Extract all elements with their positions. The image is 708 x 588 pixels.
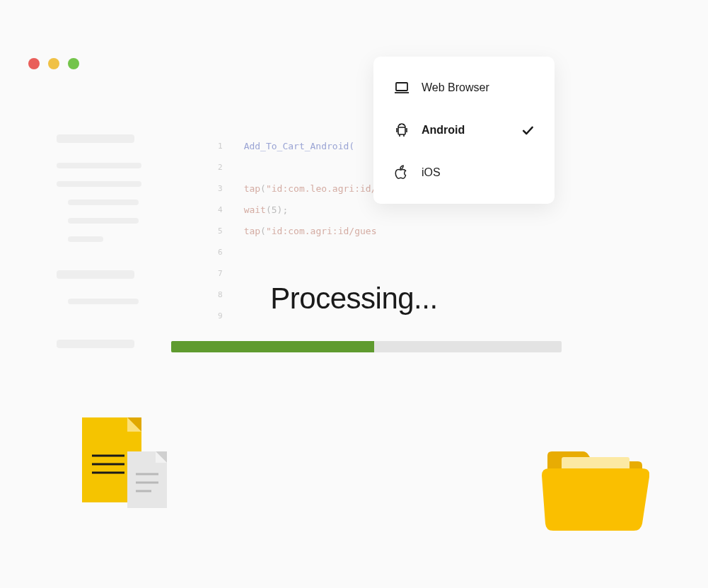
code-arg: (5); xyxy=(266,204,288,215)
skeleton-line xyxy=(57,163,141,168)
folder-icon xyxy=(542,450,649,535)
skeleton-line xyxy=(68,200,139,205)
code-fn: tap xyxy=(244,226,260,236)
progress-bar xyxy=(171,341,562,352)
skeleton-line xyxy=(68,236,103,242)
svg-rect-2 xyxy=(398,127,405,134)
progress-fill xyxy=(171,341,374,352)
laptop-icon xyxy=(393,79,410,96)
window-controls xyxy=(28,58,79,69)
svg-line-7 xyxy=(400,124,400,125)
code-arg: "id:com.leo.agri:id/c xyxy=(266,183,382,194)
skeleton-line xyxy=(57,181,141,187)
platform-label: Web Browser xyxy=(422,81,535,94)
skeleton-line xyxy=(68,218,139,224)
svg-line-8 xyxy=(403,124,404,125)
document-icon xyxy=(78,416,170,515)
checkmark-icon xyxy=(521,123,535,137)
minimize-window-dot[interactable] xyxy=(48,58,59,69)
code-fn: tap xyxy=(244,183,260,194)
processing-title: Processing... xyxy=(0,282,708,316)
platform-label: iOS xyxy=(422,166,535,179)
platform-option-ios[interactable]: iOS xyxy=(393,151,535,185)
skeleton-header xyxy=(57,270,134,279)
close-window-dot[interactable] xyxy=(28,58,40,69)
sidebar-skeleton xyxy=(57,134,156,368)
code-arg: "id:com.agri:id/gues xyxy=(266,226,377,236)
android-icon xyxy=(393,122,410,139)
skeleton-header xyxy=(57,340,134,348)
maximize-window-dot[interactable] xyxy=(68,58,79,69)
code-line: Add_To_Cart_Android( xyxy=(244,141,355,151)
platform-selector-dropdown: Web Browser Android xyxy=(373,57,555,204)
apple-icon xyxy=(393,164,410,181)
code-fn: wait xyxy=(244,204,266,215)
skeleton-header xyxy=(57,134,134,143)
platform-option-web[interactable]: Web Browser xyxy=(393,75,535,109)
svg-rect-0 xyxy=(396,83,407,91)
platform-label: Android xyxy=(422,124,521,137)
platform-option-android[interactable]: Android xyxy=(393,109,535,151)
